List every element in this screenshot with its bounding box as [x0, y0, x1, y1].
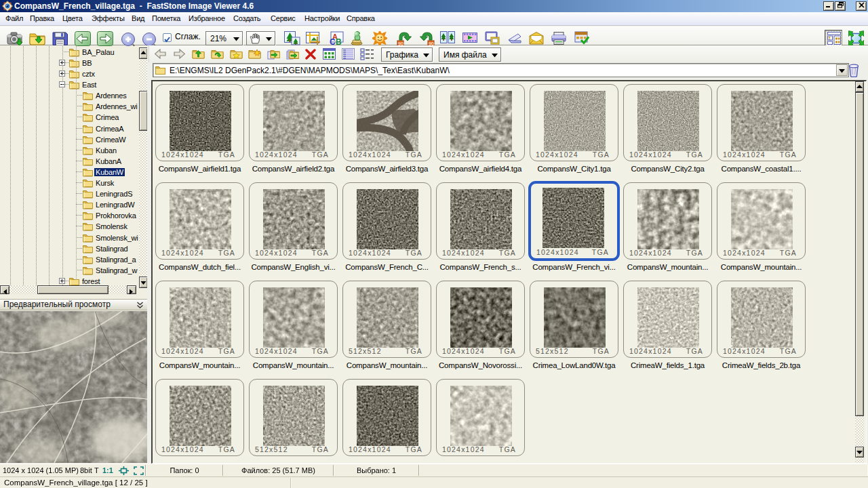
svg-text:B: B: [336, 37, 342, 45]
svg-text:C: C: [330, 37, 336, 45]
